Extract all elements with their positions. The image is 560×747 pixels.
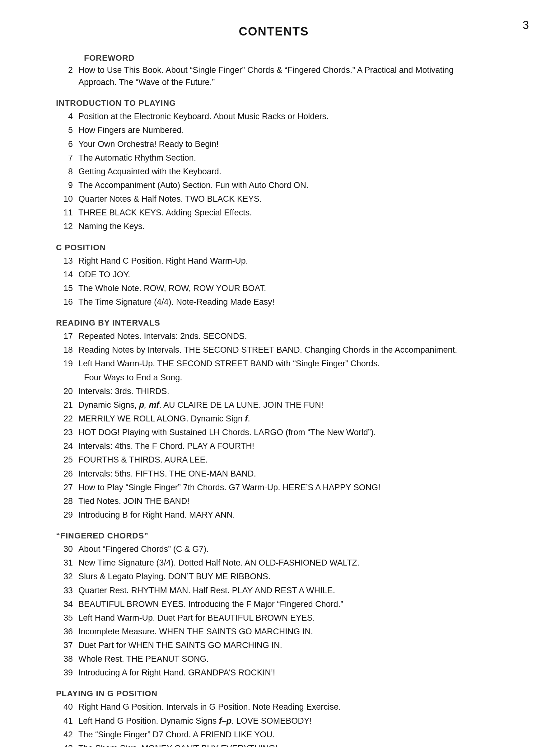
- entry-number: 40: [56, 701, 78, 713]
- entry-number: 30: [56, 543, 78, 555]
- entry-text: The Accompaniment (Auto) Section. Fun wi…: [78, 179, 491, 191]
- entry-text: Right Hand G Position. Intervals in G Po…: [78, 701, 491, 713]
- entry-text: Position at the Electronic Keyboard. Abo…: [78, 110, 491, 123]
- entry-number: 38: [56, 653, 78, 665]
- entry-number: 43: [56, 742, 78, 747]
- entry-text: Right Hand C Position. Right Hand Warm-U…: [78, 255, 491, 267]
- table-row: 14ODE TO JOY.: [56, 268, 491, 281]
- table-row: 38Whole Rest. THE PEANUT SONG.: [56, 653, 491, 665]
- table-row: 35Left Hand Warm-Up. Duet Part for BEAUT…: [56, 612, 491, 624]
- entry-text: Reading Notes by Intervals. THE SECOND S…: [78, 344, 491, 356]
- table-row: 10Quarter Notes & Half Notes. TWO BLACK …: [56, 193, 491, 205]
- entry-number: 33: [56, 585, 78, 597]
- contents-list: FOREWORD2How to Use This Book. About “Si…: [56, 53, 491, 747]
- table-row: 24Intervals: 4ths. The F Chord. PLAY A F…: [56, 440, 491, 452]
- entry-number: 27: [56, 482, 78, 494]
- entry-number: 20: [56, 385, 78, 397]
- section-header: READING BY INTERVALS: [56, 318, 491, 328]
- table-row: 5How Fingers are Numbered.: [56, 124, 491, 136]
- entry-number: 19: [56, 358, 78, 370]
- entry-text: FOURTHS & THIRDS. AURA LEE.: [78, 454, 491, 466]
- entry-text: Left Hand Warm-Up. THE SECOND STREET BAN…: [78, 358, 491, 370]
- entry-text: Getting Acquainted with the Keyboard.: [78, 165, 491, 178]
- table-row: 33Quarter Rest. RHYTHM MAN. Half Rest. P…: [56, 585, 491, 597]
- entry-text: Left Hand G Position. Dynamic Signs f–p.…: [78, 715, 491, 727]
- entry-number: 17: [56, 330, 78, 342]
- section-label: FOREWORD: [56, 53, 491, 63]
- entry-number: 29: [56, 509, 78, 521]
- entry-text: ODE TO JOY.: [78, 268, 491, 281]
- entry-number: 39: [56, 667, 78, 679]
- entry-text: Repeated Notes. Intervals: 2nds. SECONDS…: [78, 330, 491, 342]
- entry-number: 36: [56, 626, 78, 638]
- table-row: 27How to Play “Single Finger” 7th Chords…: [56, 482, 491, 494]
- section-header: INTRODUCTION TO PLAYING: [56, 98, 491, 108]
- table-row: 26Intervals: 5ths. FIFTHS. THE ONE-MAN B…: [56, 468, 491, 480]
- entry-number: 8: [56, 165, 78, 178]
- section-header: PLAYING IN G POSITION: [56, 689, 491, 698]
- entry-number: 5: [56, 124, 78, 136]
- entry-number: 13: [56, 255, 78, 267]
- entry-text: Introducing A for Right Hand. GRANDPA’S …: [78, 667, 491, 679]
- table-row: 12Naming the Keys.: [56, 221, 491, 232]
- table-row: 6Your Own Orchestra! Ready to Begin!: [56, 138, 491, 150]
- entry-text: How Fingers are Numbered.: [78, 124, 491, 136]
- entry-text: Quarter Notes & Half Notes. TWO BLACK KE…: [78, 193, 491, 205]
- entry-number: 28: [56, 495, 78, 507]
- table-row: 4Position at the Electronic Keyboard. Ab…: [56, 110, 491, 123]
- table-row: 25FOURTHS & THIRDS. AURA LEE.: [56, 454, 491, 466]
- table-row: 32Slurs & Legato Playing. DON’T BUY ME R…: [56, 570, 491, 583]
- table-row: 37Duet Part for WHEN THE SAINTS GO MARCH…: [56, 639, 491, 651]
- table-row: 43The Sharp Sign. MONEY CAN’T BUY EVERYT…: [56, 742, 491, 747]
- entry-number: 24: [56, 440, 78, 452]
- entry-number: 12: [56, 221, 78, 232]
- entry-text: The Whole Note. ROW, ROW, ROW YOUR BOAT.: [78, 282, 491, 294]
- entry-text: The Sharp Sign. MONEY CAN’T BUY EVERYTHI…: [78, 742, 491, 747]
- table-row: 7The Automatic Rhythm Section.: [56, 152, 491, 164]
- entry-text: HOT DOG! Playing with Sustained LH Chord…: [78, 427, 491, 439]
- entry-text: Incomplete Measure. WHEN THE SAINTS GO M…: [78, 626, 491, 638]
- entry-number: 18: [56, 344, 78, 356]
- entry-number: 23: [56, 427, 78, 439]
- table-row: 13Right Hand C Position. Right Hand Warm…: [56, 255, 491, 267]
- table-row: 18Reading Notes by Intervals. THE SECOND…: [56, 344, 491, 356]
- entry-text: Your Own Orchestra! Ready to Begin!: [78, 138, 491, 150]
- entry-text: Whole Rest. THE PEANUT SONG.: [78, 653, 491, 665]
- entry-text: Intervals: 4ths. The F Chord. PLAY A FOU…: [78, 440, 491, 452]
- table-row: 40Right Hand G Position. Intervals in G …: [56, 701, 491, 713]
- table-row: 29Introducing B for Right Hand. MARY ANN…: [56, 509, 491, 521]
- entry-text: New Time Signature (3/4). Dotted Half No…: [78, 557, 491, 569]
- table-row: 41Left Hand G Position. Dynamic Signs f–…: [56, 715, 491, 727]
- table-row: 19Left Hand Warm-Up. THE SECOND STREET B…: [56, 358, 491, 370]
- entry-text: How to Play “Single Finger” 7th Chords. …: [78, 482, 491, 494]
- entry-text: Introducing B for Right Hand. MARY ANN.: [78, 509, 491, 521]
- table-row: 36Incomplete Measure. WHEN THE SAINTS GO…: [56, 626, 491, 638]
- entry-text: THREE BLACK KEYS. Adding Special Effects…: [78, 207, 491, 219]
- entry-number: 34: [56, 598, 78, 610]
- table-row: 34BEAUTIFUL BROWN EYES. Introducing the …: [56, 598, 491, 610]
- entry-number: 6: [56, 138, 78, 150]
- table-row: 28Tied Notes. JOIN THE BAND!: [56, 495, 491, 507]
- entry-number: 26: [56, 468, 78, 480]
- page: 3 CONTENTS FOREWORD2How to Use This Book…: [0, 0, 560, 747]
- table-row: 31New Time Signature (3/4). Dotted Half …: [56, 557, 491, 569]
- entry-text: Intervals: 5ths. FIFTHS. THE ONE-MAN BAN…: [78, 468, 491, 480]
- entry-text: Tied Notes. JOIN THE BAND!: [78, 495, 491, 507]
- table-row: 23HOT DOG! Playing with Sustained LH Cho…: [56, 427, 491, 439]
- page-number: 3: [523, 19, 529, 32]
- entry-number: 14: [56, 268, 78, 281]
- entry-text: The “Single Finger” D7 Chord. A FRIEND L…: [78, 729, 491, 741]
- section-header: C POSITION: [56, 243, 491, 252]
- entry-number: 31: [56, 557, 78, 569]
- entry-text: Intervals: 3rds. THIRDS.: [78, 385, 491, 397]
- table-row: 39Introducing A for Right Hand. GRANDPA’…: [56, 667, 491, 679]
- entry-text: How to Use This Book. About “Single Fing…: [78, 64, 491, 88]
- entry-number: 15: [56, 282, 78, 294]
- entry-number: 32: [56, 570, 78, 583]
- entry-number: 37: [56, 639, 78, 651]
- entry-text: Left Hand Warm-Up. Duet Part for BEAUTIF…: [78, 612, 491, 624]
- table-row: 15The Whole Note. ROW, ROW, ROW YOUR BOA…: [56, 282, 491, 294]
- table-row: 11THREE BLACK KEYS. Adding Special Effec…: [56, 207, 491, 219]
- entry-text: About “Fingered Chords” (C & G7).: [78, 543, 491, 555]
- table-row: 42The “Single Finger” D7 Chord. A FRIEND…: [56, 729, 491, 741]
